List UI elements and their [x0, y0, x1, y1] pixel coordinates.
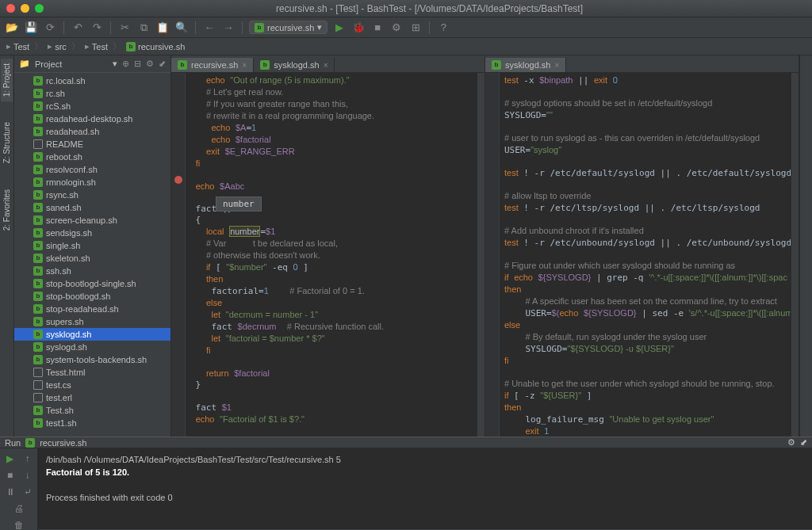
tree-item[interactable]: btest1.sh	[14, 417, 170, 429]
tree-item[interactable]: Tesst.html	[14, 366, 170, 379]
editor-gutter[interactable]	[171, 73, 186, 437]
code-completion-tooltip[interactable]: number	[216, 196, 262, 212]
tab-sysklogd-right[interactable]: bsysklogd.sh×	[485, 58, 566, 72]
save-icon[interactable]: 💾	[24, 21, 38, 35]
tree-item[interactable]: bsaned.sh	[14, 201, 170, 214]
refresh-icon[interactable]: ⟳	[43, 21, 57, 35]
open-icon[interactable]: 📂	[5, 21, 19, 35]
chevron-down-icon[interactable]: ▾	[113, 59, 117, 69]
editor-body[interactable]: echo "Out of range (5 is maximum)." # Le…	[171, 73, 485, 437]
gear-icon[interactable]: ⚙	[146, 59, 154, 69]
project-tree[interactable]: brc.local.shbrc.shbrcS.shbreadahead-desk…	[14, 73, 170, 437]
breadcrumb-item[interactable]: brecursive.sh	[126, 42, 185, 51]
favorites-tool-tab[interactable]: 2: Favorites	[1, 185, 13, 235]
tab-sysklogd[interactable]: bsysklogd.sh×	[254, 58, 335, 72]
tree-item[interactable]: README	[14, 138, 170, 151]
run-config-selector[interactable]: b recursive.sh ▾	[249, 21, 327, 34]
bash-icon: b	[33, 152, 43, 162]
marker-bar[interactable]	[477, 73, 485, 437]
structure-tool-tab[interactable]: Z: Structure	[1, 117, 13, 168]
tree-item[interactable]: bskeleton.sh	[14, 252, 170, 265]
tree-item[interactable]: bscreen-cleanup.sh	[14, 214, 170, 227]
tree-item[interactable]: bstop-bootlogd-single.sh	[14, 277, 170, 290]
tree-item[interactable]: test.erl	[14, 391, 170, 404]
tree-item[interactable]: bstop-bootlogd.sh	[14, 290, 170, 303]
tab-recursive[interactable]: brecursive.sh×	[171, 58, 254, 72]
tree-item[interactable]: bsupers.sh	[14, 315, 170, 328]
tree-item[interactable]: breadahead.sh	[14, 125, 170, 138]
undo-icon[interactable]: ↶	[71, 21, 85, 35]
close-tab-icon[interactable]: ×	[324, 61, 328, 70]
down-icon[interactable]: ↓	[20, 468, 36, 482]
tree-item[interactable]: bsendsigs.sh	[14, 227, 170, 239]
editor-gutter[interactable]	[485, 73, 500, 437]
bash-icon: b	[33, 406, 43, 415]
tree-item-label: system-tools-backends.sh	[46, 355, 147, 364]
settings-icon[interactable]: ⚙	[389, 21, 404, 35]
scroll-to-source-icon[interactable]: ⊕	[122, 59, 129, 69]
close-tab-icon[interactable]: ×	[242, 61, 247, 70]
tree-item[interactable]: brcS.sh	[14, 100, 170, 112]
print-icon[interactable]: 🖨	[11, 501, 27, 516]
tree-item[interactable]: bsingle.sh	[14, 239, 170, 252]
bash-icon: b	[33, 317, 43, 326]
tree-item[interactable]: bssh.sh	[14, 265, 170, 277]
breadcrumb-item[interactable]: ▸Test	[6, 41, 29, 51]
tree-item[interactable]: bsysklogd.sh	[14, 328, 170, 341]
breakpoint-icon[interactable]	[174, 176, 182, 184]
breadcrumb-item[interactable]: ▸Test	[85, 41, 108, 51]
code-content[interactable]: echo "Out of range (5 is maximum)." # Le…	[186, 73, 477, 437]
project-tool-tab[interactable]: 1: Project	[1, 59, 13, 101]
wrap-icon[interactable]: ⤶	[20, 485, 36, 499]
tree-item[interactable]: bstop-readahead.sh	[14, 303, 170, 315]
cut-icon[interactable]: ✂	[117, 21, 132, 35]
stop-icon[interactable]: ■	[370, 21, 385, 35]
tree-item[interactable]: bTest.sh	[14, 404, 170, 417]
stop-run-icon[interactable]: ■	[2, 468, 18, 482]
bash-icon: b	[33, 76, 43, 86]
tree-item[interactable]: brc.sh	[14, 87, 170, 100]
close-window-button[interactable]	[6, 4, 15, 13]
editor-body[interactable]: test -x $binpath || exit 0 # syslogd opt…	[485, 73, 799, 437]
right-editor-pane: bsysklogd.sh× test -x $binpath || exit 0…	[485, 55, 799, 437]
tree-item[interactable]: breboot.sh	[14, 151, 170, 163]
gear-icon[interactable]: ⚙	[787, 437, 795, 448]
forward-icon[interactable]: →	[221, 21, 236, 35]
rerun-icon[interactable]: ▶	[2, 452, 18, 466]
marker-bar[interactable]	[791, 73, 799, 437]
tree-item[interactable]: bsyslogd.sh	[14, 341, 170, 353]
tree-item[interactable]: bsystem-tools-backends.sh	[14, 353, 170, 366]
bash-icon: b	[33, 114, 43, 124]
bash-icon: b	[33, 127, 43, 136]
find-icon[interactable]: 🔍	[174, 21, 189, 35]
run-output[interactable]: /bin/bash /Volumes/DATA/IdeaProjects/Bas…	[38, 448, 812, 530]
bash-icon: b	[492, 60, 501, 70]
hide-panel-icon[interactable]: ⬋	[159, 59, 166, 69]
collapse-icon[interactable]: ⊟	[134, 59, 141, 69]
up-icon[interactable]: ↑	[20, 452, 36, 466]
hide-panel-icon[interactable]: ⬋	[800, 437, 807, 448]
zoom-window-button[interactable]	[35, 4, 44, 13]
minimize-window-button[interactable]	[21, 4, 29, 13]
run-button-icon[interactable]: ▶	[332, 21, 347, 35]
copy-icon[interactable]: ⧉	[136, 21, 151, 35]
close-tab-icon[interactable]: ×	[554, 61, 559, 70]
bash-icon: b	[33, 177, 43, 187]
paste-icon[interactable]: 📋	[155, 21, 170, 35]
code-content[interactable]: test -x $binpath || exit 0 # syslogd opt…	[500, 73, 791, 437]
redo-icon[interactable]: ↷	[90, 21, 104, 35]
tree-item[interactable]: brmnologin.sh	[14, 176, 170, 189]
editor-tabs: bsysklogd.sh×	[485, 55, 799, 73]
back-icon[interactable]: ←	[202, 21, 216, 35]
help-icon[interactable]: ?	[436, 21, 450, 35]
tree-item[interactable]: bresolvconf.sh	[14, 163, 170, 176]
debug-icon[interactable]: 🐞	[351, 21, 366, 35]
tree-item[interactable]: brc.local.sh	[14, 74, 170, 87]
clear-icon[interactable]: 🗑	[11, 518, 27, 530]
breadcrumb-item[interactable]: ▸src	[48, 41, 67, 51]
pause-icon[interactable]: ⏸	[2, 485, 18, 499]
tree-item[interactable]: test.cs	[14, 379, 170, 391]
tree-item[interactable]: brsync.sh	[14, 189, 170, 201]
structure-icon[interactable]: ⊞	[408, 21, 423, 35]
tree-item[interactable]: breadahead-desktop.sh	[14, 112, 170, 125]
